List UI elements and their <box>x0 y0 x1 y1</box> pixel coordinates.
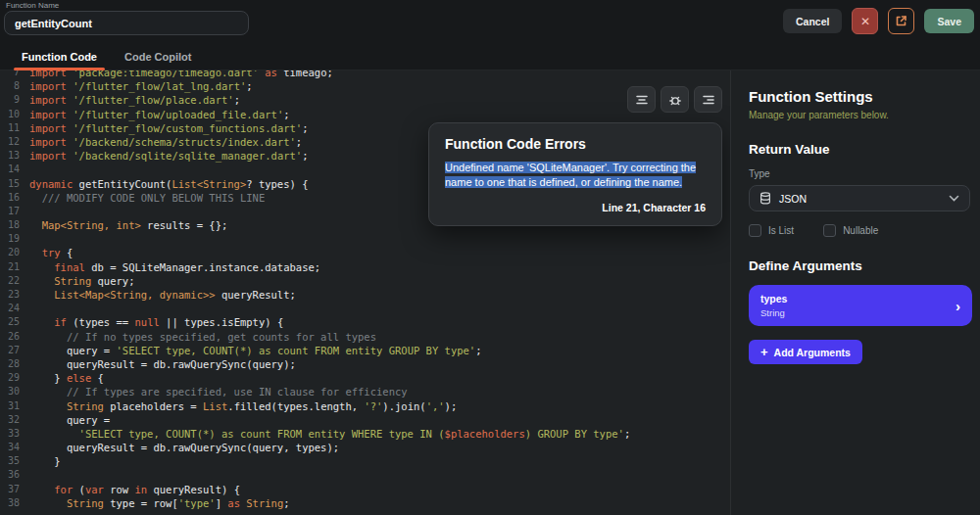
open-external-button[interactable] <box>888 8 914 34</box>
indent-code-button[interactable] <box>694 86 722 113</box>
code-line: 30 // If types are specified, use IN cla… <box>0 385 730 398</box>
format-align-center-icon <box>635 93 649 107</box>
add-arguments-label: Add Arguments <box>774 347 851 358</box>
header-actions: Cancel ✕ Save <box>783 8 974 34</box>
line-number: 21 <box>0 260 20 274</box>
line-number: 15 <box>0 177 20 191</box>
type-label: Type <box>749 168 964 179</box>
nullable-label: Nullable <box>843 225 878 236</box>
line-number: 30 <box>0 385 20 398</box>
bug-icon <box>668 93 682 107</box>
line-number: 32 <box>0 413 20 427</box>
line-number: 25 <box>0 315 20 329</box>
line-number: 37 <box>0 483 20 496</box>
external-link-icon <box>895 15 907 27</box>
check-errors-button[interactable] <box>661 86 689 113</box>
line-number: 29 <box>0 371 20 385</box>
code-line: 37 for (var row in queryResult) { <box>0 483 730 496</box>
code-line: 34 queryResult = db.rawQuerySync(query, … <box>0 441 730 454</box>
code-line: 35 } <box>0 454 730 468</box>
code-line: 7import 'package:timeago/timeago.dart' a… <box>0 70 730 79</box>
error-location: Line 21, Character 16 <box>445 202 706 213</box>
line-number: 10 <box>0 108 20 121</box>
argument-item-types[interactable]: types String › <box>749 285 972 326</box>
code-line: 32 query = <box>0 413 730 427</box>
line-number: 38 <box>0 496 20 510</box>
define-arguments-title: Define Arguments <box>749 258 964 273</box>
tab-bar: Function Code Code Copilot <box>0 43 980 70</box>
code-editor[interactable]: 7import 'package:timeago/timeago.dart' a… <box>0 70 730 515</box>
nullable-checkbox-row[interactable]: Nullable <box>823 224 878 237</box>
code-line: 22 String query; <box>0 274 730 288</box>
line-number: 35 <box>0 454 20 468</box>
plus-icon: + <box>760 345 768 359</box>
argument-type: String <box>760 307 787 318</box>
code-line: 24 <box>0 302 730 315</box>
cancel-button[interactable]: Cancel <box>783 9 842 33</box>
return-type-value: JSON <box>779 193 949 205</box>
error-message: Undefined name 'SQLiteManager'. Try corr… <box>445 161 706 190</box>
header: Function Name Cancel ✕ Save <box>0 0 980 43</box>
line-number: 34 <box>0 441 20 454</box>
is-list-checkbox-row[interactable]: Is List <box>749 224 794 237</box>
code-line: 31 String placeholders = List.filled(typ… <box>0 399 730 413</box>
code-line: 21 final db = SQLiteManager.instance.dat… <box>0 260 730 274</box>
settings-subtitle: Manage your parameters below. <box>749 110 964 120</box>
line-number: 14 <box>0 163 20 176</box>
settings-panel: Function Settings Manage your parameters… <box>730 70 980 515</box>
line-number: 13 <box>0 149 20 163</box>
database-icon <box>760 192 771 205</box>
line-number: 9 <box>0 93 20 107</box>
line-number: 31 <box>0 399 20 413</box>
code-line: 25 if (types == null || types.isEmpty) { <box>0 315 730 329</box>
return-type-dropdown[interactable]: JSON <box>749 185 970 211</box>
chevron-right-icon: › <box>956 298 960 314</box>
close-icon: ✕ <box>860 16 870 27</box>
is-list-label: Is List <box>768 225 794 236</box>
line-number: 17 <box>0 205 20 218</box>
save-button[interactable]: Save <box>924 9 974 33</box>
nullable-checkbox[interactable] <box>823 224 836 237</box>
code-line: 10import '/flutter_flow/uploaded_file.da… <box>0 108 730 121</box>
format-indent-icon <box>702 93 715 107</box>
code-line: 19 <box>0 232 730 246</box>
line-number: 27 <box>0 344 20 357</box>
tab-function-code[interactable]: Function Code <box>8 43 111 70</box>
line-number: 8 <box>0 79 20 93</box>
code-line: 27 query = 'SELECT type, COUNT(*) as cou… <box>0 344 730 357</box>
line-number: 28 <box>0 357 20 371</box>
code-line: 28 queryResult = db.rawQuerySync(query); <box>0 357 730 371</box>
error-panel-title: Function Code Errors <box>445 136 706 152</box>
is-list-checkbox[interactable] <box>749 224 761 237</box>
code-line: 26 // If no types specified, get counts … <box>0 330 730 344</box>
code-line: 29 } else { <box>0 371 730 385</box>
add-arguments-button[interactable]: + Add Arguments <box>749 340 862 364</box>
code-line: 33 'SELECT type, COUNT(*) as count FROM … <box>0 427 730 441</box>
line-number: 20 <box>0 246 20 259</box>
line-number: 11 <box>0 121 20 135</box>
code-line: 38 String type = row['type'] as String; <box>0 496 730 510</box>
code-line: 8import '/flutter_flow/lat_lng.dart'; <box>0 79 730 93</box>
line-number: 12 <box>0 135 20 149</box>
line-number: 18 <box>0 218 20 232</box>
line-number: 7 <box>0 70 20 79</box>
return-value-options: Is List Nullable <box>749 224 964 237</box>
line-number: 36 <box>0 468 20 482</box>
tab-code-copilot[interactable]: Code Copilot <box>111 43 205 70</box>
line-number: 26 <box>0 330 20 344</box>
function-editor: Function Name Cancel ✕ Save Function Cod… <box>0 0 980 515</box>
argument-info: types String <box>760 293 787 318</box>
code-line: 20 try { <box>0 246 730 259</box>
code-line: 36 <box>0 468 730 482</box>
function-name-input[interactable] <box>4 11 249 35</box>
content: 7import 'package:timeago/timeago.dart' a… <box>0 70 980 515</box>
close-button[interactable]: ✕ <box>852 8 878 34</box>
settings-title: Function Settings <box>749 88 964 105</box>
line-number: 19 <box>0 232 20 246</box>
function-name-label: Function Name <box>6 1 59 10</box>
line-number: 23 <box>0 288 20 302</box>
return-value-title: Return Value <box>749 142 964 157</box>
code-line: 23 List<Map<String, dynamic>> queryResul… <box>0 288 730 302</box>
format-code-button[interactable] <box>627 86 656 113</box>
line-number: 33 <box>0 427 20 441</box>
